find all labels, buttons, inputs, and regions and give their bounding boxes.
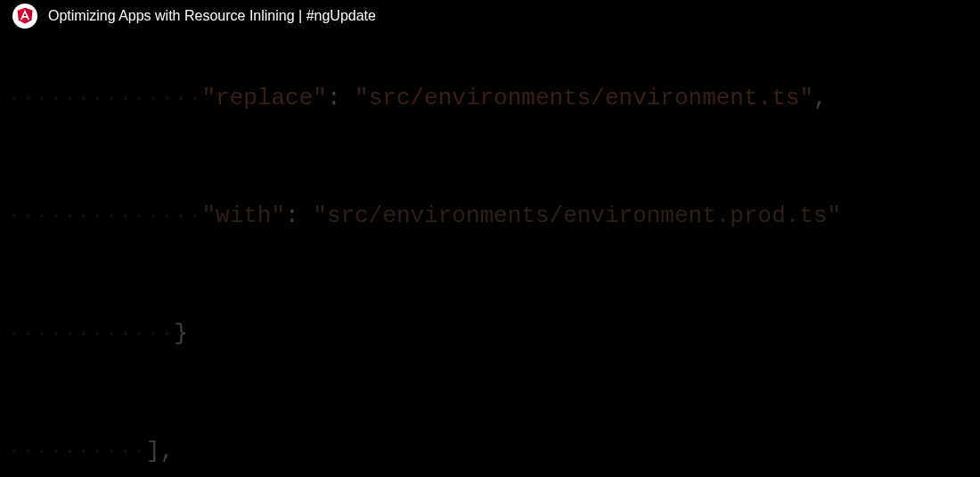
video-title: Optimizing Apps with Resource Inlining |… bbox=[48, 8, 376, 24]
code-editor[interactable]: ··············"replace": "src/environmen… bbox=[0, 0, 980, 477]
code-line: ············} bbox=[0, 314, 980, 353]
code-line: ··············"with": "src/environments/… bbox=[0, 196, 980, 235]
code-line: ··········], bbox=[0, 432, 980, 471]
code-line: ··············"replace": "src/environmen… bbox=[0, 78, 980, 118]
angular-logo-icon bbox=[12, 4, 37, 29]
video-header: Optimizing Apps with Resource Inlining |… bbox=[0, 0, 980, 32]
